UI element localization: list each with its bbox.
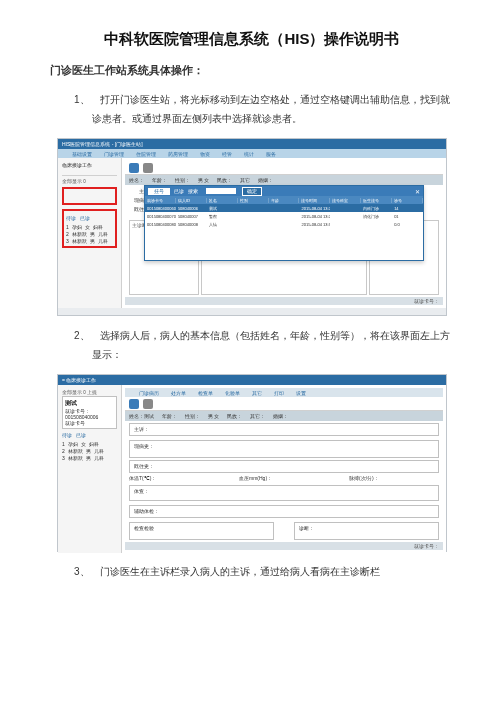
field-physical[interactable]: 体查：: [129, 485, 439, 501]
col: 病人ID: [176, 198, 207, 203]
info-marriage: 婚姻：: [273, 414, 288, 419]
tab-waiting[interactable]: 待诊: [62, 432, 72, 438]
tab-done[interactable]: 已诊: [76, 432, 86, 438]
info-marriage: 婚姻：: [258, 178, 273, 183]
sub-menubar: 门诊病历 处方单 检查单 化验单 其它 打印 设置: [125, 388, 443, 397]
highlight-box-1: [62, 187, 117, 205]
sidebar-top: 全部显示 0 上提: [62, 390, 117, 395]
save-icon[interactable]: [129, 163, 139, 173]
statusbar: 就诊卡号：: [125, 542, 443, 550]
menu-item[interactable]: 门诊管理: [102, 151, 126, 157]
list-item[interactable]: 3林新跃男儿科: [62, 455, 117, 462]
search-popup: 挂号 已诊 搜索 确定 ✕ 就诊卡号 病人ID 姓名 性别 年龄 挂号时间 挂号…: [144, 185, 424, 261]
main-panel: 门诊病历 处方单 检查单 化验单 其它 打印 设置 姓名：测试 年龄： 性别： …: [122, 385, 446, 553]
menu-item[interactable]: 药房管理: [166, 151, 190, 157]
info-age: 年龄：: [152, 178, 167, 183]
menubar: 基础设置 门诊管理 住院管理 药房管理 物资 经管 统计 服务: [58, 149, 446, 158]
info-sex-opts: 男 女: [198, 178, 209, 183]
menu-item[interactable]: 统计: [242, 151, 256, 157]
col: 医生挂号: [361, 198, 392, 203]
tab-lab[interactable]: 化验单: [223, 390, 242, 396]
step-1: 1、 打开门诊医生站，将光标移动到左边空格处，通过空格键调出辅助信息，找到就诊患…: [74, 90, 454, 128]
list-item[interactable]: 2林新跃男儿科: [62, 448, 117, 455]
tab-record[interactable]: 门诊病历: [137, 390, 161, 396]
field-temp[interactable]: 体温T(℃)：: [129, 475, 219, 481]
patient-list: 1孕妇女妇科 2林新跃男儿科 3林新跃男儿科: [62, 441, 117, 462]
info-nation: 民族：: [217, 178, 232, 183]
menu-item[interactable]: 服务: [264, 151, 278, 157]
field-diag[interactable]: 诊断：: [294, 522, 439, 540]
patient-visit: 就诊卡号: [65, 420, 114, 426]
patient-card: 测试 就诊卡号： 001508040006 就诊卡号: [62, 396, 117, 429]
popup-tab-reg[interactable]: 挂号: [148, 188, 170, 195]
window-titlebar: = 临床接诊工作: [58, 375, 446, 385]
patient-infobar: 姓名：测试 年龄： 性别： 男 女 民族： 其它： 婚姻：: [125, 411, 443, 421]
col: 就诊卡号: [145, 198, 176, 203]
ok-button[interactable]: 确定: [242, 187, 262, 196]
field-aux[interactable]: 辅助体检：: [129, 505, 439, 518]
table-row[interactable]: 001508040008001508040008人情2015-08-04 13:…: [145, 220, 423, 228]
col: 挂号科室: [330, 198, 361, 203]
save-icon[interactable]: [129, 399, 139, 409]
info-sex: 性别：: [185, 414, 200, 419]
menu-item[interactable]: 住院管理: [134, 151, 158, 157]
tab-exam[interactable]: 检查单: [196, 390, 215, 396]
tab-prescription[interactable]: 处方单: [169, 390, 188, 396]
grid-body: 001508040006001508040006测试2015-08-04 13:…: [145, 204, 423, 228]
grid-header: 就诊卡号 病人ID 姓名 性别 年龄 挂号时间 挂号科室 医生挂号 诊号: [145, 196, 423, 204]
table-row[interactable]: 001508040006001508040006测试2015-08-04 13:…: [145, 204, 423, 212]
statusbar: 就诊卡号：: [125, 297, 443, 305]
info-other: 其它：: [250, 414, 265, 419]
field-bp[interactable]: 脉搏(次/分)：: [349, 475, 439, 481]
highlight-box-2: 待诊 已诊 1孕妇女妇科 2林新跃男儿科 3林新跃男儿科: [62, 209, 117, 248]
print-icon[interactable]: [143, 163, 153, 173]
field-present[interactable]: 现病史：: [129, 440, 439, 458]
info-age: 年龄：: [162, 414, 177, 419]
screenshot-1: HIS医院管理信息系统 - [门诊医生站] 基础设置 门诊管理 住院管理 药房管…: [57, 138, 447, 316]
close-icon[interactable]: ✕: [415, 188, 420, 195]
col: 挂号时间: [299, 198, 330, 203]
popup-header: 挂号 已诊 搜索 确定 ✕: [145, 186, 423, 196]
sidebar: 全部显示 0 上提 测试 就诊卡号： 001508040006 就诊卡号 待诊 …: [58, 385, 122, 553]
window-title: HIS医院管理信息系统 - [门诊医生站]: [62, 141, 143, 147]
info-sex: 性别：: [175, 178, 190, 183]
step-2: 2、 选择病人后，病人的基本信息（包括姓名，年龄，性别等），将在该界面左上方显示…: [74, 326, 454, 364]
tab-waiting[interactable]: 待诊: [66, 215, 76, 221]
screenshot-2: = 临床接诊工作 全部显示 0 上提 测试 就诊卡号： 001508040006…: [57, 374, 447, 552]
patient-name: 测试: [65, 400, 77, 406]
toolbar: [125, 397, 443, 411]
tab-other[interactable]: 其它: [250, 390, 264, 396]
menu-item[interactable]: 物资: [198, 151, 212, 157]
window-titlebar: HIS医院管理信息系统 - [门诊医生站]: [58, 139, 446, 149]
print-icon[interactable]: [143, 399, 153, 409]
field-past[interactable]: 既往史：: [129, 460, 439, 473]
sidebar-title: 临床接诊工作: [62, 162, 92, 168]
menu-item[interactable]: 经管: [220, 151, 234, 157]
menu-item[interactable]: 基础设置: [70, 151, 94, 157]
field-pulse[interactable]: 血压mm(Hg)：: [239, 475, 329, 481]
col: 姓名: [207, 198, 238, 203]
section-subtitle: 门诊医生工作站系统具体操作：: [50, 63, 454, 78]
list-item[interactable]: 1孕妇女妇科: [66, 224, 113, 231]
page-title: 中科软医院管理信息系统（HIS）操作说明书: [50, 30, 454, 49]
sidebar-count: 全部显示 0: [62, 179, 117, 184]
tab-settings[interactable]: 设置: [294, 390, 308, 396]
list-item[interactable]: 1孕妇女妇科: [62, 441, 117, 448]
popup-tab-done[interactable]: 已诊: [174, 189, 184, 194]
patient-infobar: 姓名： 年龄： 性别： 男 女 民族： 其它 婚姻：: [125, 175, 443, 185]
table-row[interactable]: 001508040007001508040007警察2015-08-04 13:…: [145, 212, 423, 220]
info-nation: 民族：: [227, 414, 242, 419]
window-title: = 临床接诊工作: [62, 377, 96, 383]
list-item[interactable]: 3林新跃男儿科: [66, 238, 113, 245]
patient-list: 1孕妇女妇科 2林新跃男儿科 3林新跃男儿科: [66, 224, 113, 245]
field-exam[interactable]: 检查检验: [129, 522, 274, 540]
field-chief[interactable]: 主诉：: [129, 423, 439, 436]
tab-print[interactable]: 打印: [272, 390, 286, 396]
search-input[interactable]: [206, 188, 236, 194]
col: 年龄: [269, 198, 300, 203]
list-item[interactable]: 2林新跃男儿科: [66, 231, 113, 238]
tab-done[interactable]: 已诊: [80, 215, 90, 221]
popup-search-label: 搜索: [188, 189, 198, 194]
toolbar: [125, 161, 443, 175]
step-3: 3、 门诊医生在主诉栏录入病人的主诉，通过给病人看病在主诊断栏: [74, 562, 454, 581]
